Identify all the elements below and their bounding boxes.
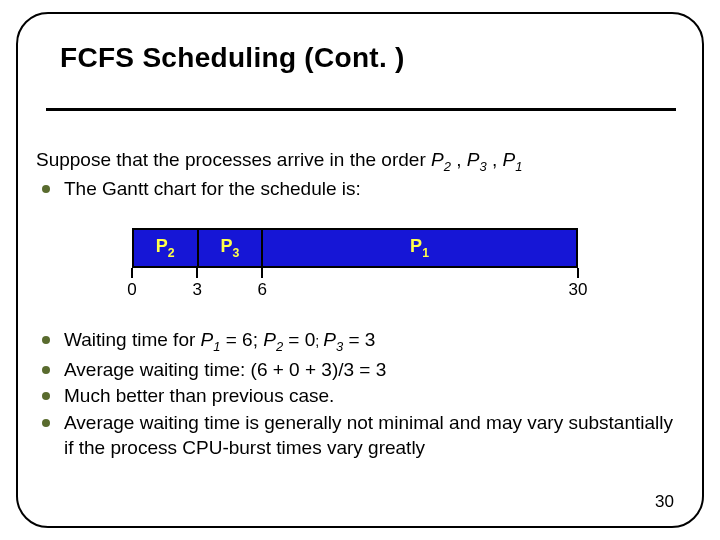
tick-mark-icon <box>196 268 198 278</box>
bullet-list: Waiting time for P1 = 6; P2 = 0; P3 = 3 … <box>36 326 684 461</box>
bullet-dot-icon <box>42 366 50 374</box>
gantt-segment-label: P1 <box>410 236 429 260</box>
gantt-chart: P2P3P1 03630 <box>132 228 578 302</box>
intro-text: Suppose that the processes arrive in the… <box>36 148 684 202</box>
gantt-tick: 3 <box>179 268 215 300</box>
intro-bullet-text: The Gantt chart for the schedule is: <box>64 177 361 201</box>
gantt-tick: 6 <box>244 268 280 300</box>
bullet-dot-icon <box>42 392 50 400</box>
gantt-segment-label: P2 <box>156 236 175 260</box>
bullet-dot-icon <box>42 336 50 344</box>
tick-mark-icon <box>261 268 263 278</box>
intro-bullet-row: The Gantt chart for the schedule is: <box>36 177 684 201</box>
gantt-bar: P2P3P1 <box>132 228 578 268</box>
gantt-tick: 0 <box>114 268 150 300</box>
intro-line: Suppose that the processes arrive in the… <box>36 148 684 175</box>
title-divider <box>46 108 676 111</box>
proc-p3: P3 <box>467 149 487 170</box>
page-number: 30 <box>655 492 674 512</box>
tick-label: 3 <box>179 280 215 300</box>
gantt-segment: P1 <box>263 230 576 266</box>
bullet-3-text: Much better than previous case. <box>64 384 334 409</box>
slide: FCFS Scheduling (Cont. ) Suppose that th… <box>0 0 720 540</box>
tick-label: 6 <box>244 280 280 300</box>
list-item: Waiting time for P1 = 6; P2 = 0; P3 = 3 <box>36 328 684 356</box>
gantt-segment: P2 <box>134 230 199 266</box>
bullet-4-text: Average waiting time is generally not mi… <box>64 411 684 460</box>
intro-prefix: Suppose that the processes arrive in the… <box>36 149 431 170</box>
gantt-segment-label: P3 <box>220 236 239 260</box>
list-item: Average waiting time is generally not mi… <box>36 411 684 460</box>
gantt-segment: P3 <box>199 230 264 266</box>
tick-mark-icon <box>577 268 579 278</box>
tick-label: 0 <box>114 280 150 300</box>
list-item: Average waiting time: (6 + 0 + 3)/3 = 3 <box>36 358 684 383</box>
tick-mark-icon <box>131 268 133 278</box>
bullet-1-text: Waiting time for P1 = 6; P2 = 0; P3 = 3 <box>64 328 375 356</box>
page-title: FCFS Scheduling (Cont. ) <box>60 42 405 74</box>
bullet-dot-icon <box>42 419 50 427</box>
gantt-ticks: 03630 <box>132 268 578 302</box>
list-item: Much better than previous case. <box>36 384 684 409</box>
tick-label: 30 <box>560 280 596 300</box>
gantt-tick: 30 <box>560 268 596 300</box>
bullet-dot-icon <box>42 185 50 193</box>
bullet-2-text: Average waiting time: (6 + 0 + 3)/3 = 3 <box>64 358 386 383</box>
proc-p2: P2 <box>431 149 451 170</box>
proc-p1: P1 <box>502 149 522 170</box>
